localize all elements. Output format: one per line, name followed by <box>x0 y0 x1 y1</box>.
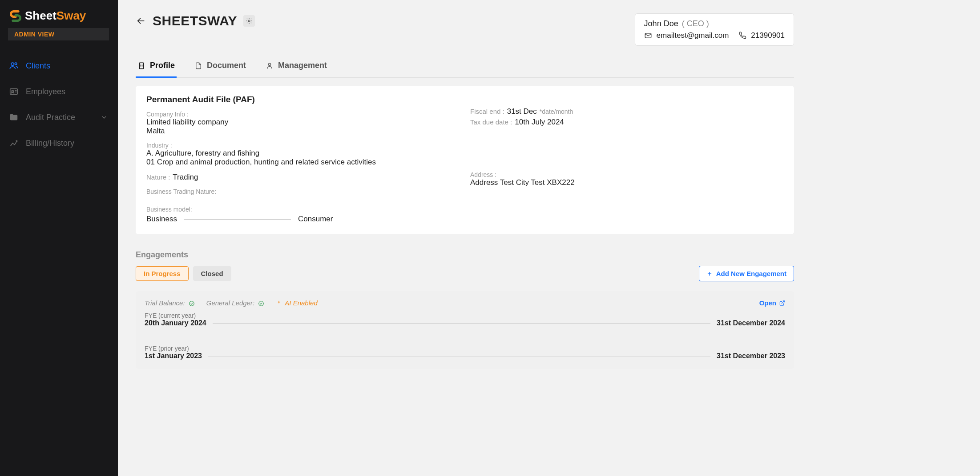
svg-line-21 <box>782 300 784 303</box>
industry-section: A. Agriculture, forestry and fishing <box>146 149 460 158</box>
industry-label: Industry : <box>146 142 460 149</box>
tab-profile[interactable]: Profile <box>136 56 177 78</box>
check-icon <box>189 300 195 307</box>
timeline-divider <box>208 356 710 356</box>
phone-icon <box>738 32 746 40</box>
tax-due-label: Tax due date : <box>470 118 512 126</box>
bmodel-slider <box>184 219 291 220</box>
add-engagement-button[interactable]: Add New Engagement <box>699 266 794 281</box>
sidebar-item-employees[interactable]: Employees <box>0 80 118 104</box>
fiscal-end-value: 31st Dec <box>507 107 537 116</box>
page-title: SHEETSWAY <box>153 13 237 28</box>
engagement-card: Trial Balance: General Ledger: AI Enable… <box>136 291 794 369</box>
industry-detail: 01 Crop and animal production, hunting a… <box>146 158 460 167</box>
svg-point-19 <box>190 301 194 306</box>
fye-current-caption: FYE (current year) <box>145 312 785 319</box>
tab-label: Document <box>207 61 246 70</box>
contact-phone: 21390901 <box>751 31 785 40</box>
chart-icon <box>9 138 19 148</box>
fye-prior-start: 1st January 2023 <box>145 352 202 360</box>
sidebar: SheetSway ADMIN VIEW Clients Employees <box>0 0 118 387</box>
logo: SheetSway <box>0 9 118 28</box>
person-icon <box>266 62 274 70</box>
timeline-divider <box>213 323 710 324</box>
document-icon <box>194 62 202 70</box>
plus-icon <box>706 271 713 277</box>
tabs: Profile Document Management <box>136 56 794 78</box>
chevron-down-icon <box>99 112 109 122</box>
external-link-icon <box>779 300 785 306</box>
back-button[interactable] <box>136 16 146 26</box>
users-icon <box>9 61 19 71</box>
company-info-label: Company Info : <box>146 111 460 118</box>
svg-point-7 <box>248 20 250 22</box>
fye-current-end: 31st December 2024 <box>717 319 785 327</box>
bmodel-left: Business <box>146 215 177 224</box>
sidebar-item-label: Audit Practice <box>26 113 75 122</box>
main-content: SHEETSWAY John Doe ( CEO ) <box>118 0 812 387</box>
building-icon <box>137 62 145 70</box>
folder-icon <box>9 112 19 122</box>
paf-heading: Permanent Audit File (PAF) <box>146 95 783 104</box>
sidebar-item-clients[interactable]: Clients <box>0 54 118 78</box>
address-label: Address : <box>470 171 783 178</box>
fye-prior-caption: FYE (prior year) <box>145 345 785 352</box>
svg-rect-9 <box>140 63 144 69</box>
svg-point-1 <box>15 63 17 65</box>
fye-prior-end: 31st December 2023 <box>717 352 785 360</box>
sidebar-item-label: Billing/History <box>26 139 74 148</box>
sidebar-item-label: Clients <box>26 61 50 71</box>
company-type: Limited liability company <box>146 118 460 127</box>
svg-point-3 <box>12 90 13 92</box>
tab-management[interactable]: Management <box>264 56 329 78</box>
sidebar-item-billing[interactable]: Billing/History <box>0 131 118 155</box>
svg-point-20 <box>259 301 264 306</box>
address-value: Address Test City Test XBX222 <box>470 178 783 187</box>
svg-point-0 <box>11 63 14 65</box>
open-engagement-link[interactable]: Open <box>759 299 785 307</box>
bmodel-right: Consumer <box>298 215 333 224</box>
logo-text-2: Sway <box>56 9 86 22</box>
tax-due-value: 10th July 2024 <box>515 118 564 127</box>
sidebar-item-label: Employees <box>26 87 65 96</box>
admin-view-badge: ADMIN VIEW <box>8 28 109 40</box>
engagements-title: Engagements <box>136 250 794 260</box>
sidebar-nav: Clients Employees Audit Practice <box>0 54 118 155</box>
engagement-filters: In Progress Closed <box>136 266 231 281</box>
company-country: Malta <box>146 127 460 136</box>
tab-label: Management <box>278 61 327 70</box>
bmodel-label: Business model: <box>146 206 460 213</box>
nature-label: Nature : <box>146 173 170 181</box>
filter-in-progress[interactable]: In Progress <box>136 266 189 281</box>
paf-card: Permanent Audit File (PAF) Company Info … <box>136 86 794 234</box>
fiscal-end-label: Fiscal end : <box>470 108 504 115</box>
contact-role: ( CEO ) <box>682 19 709 28</box>
settings-button[interactable] <box>243 15 255 27</box>
btn-label: Business Trading Nature: <box>146 188 460 195</box>
nature-value: Trading <box>173 173 198 182</box>
fiscal-hint: *date/month <box>540 108 573 115</box>
contact-name: John Doe <box>644 19 678 28</box>
sparkle-icon <box>276 300 282 306</box>
trial-balance-label: Trial Balance: <box>145 299 185 307</box>
contact-email: emailtest@gmail.com <box>657 31 729 40</box>
fye-current-start: 20th January 2024 <box>145 319 206 327</box>
sidebar-item-audit-practice[interactable]: Audit Practice <box>0 105 118 129</box>
logo-text-1: Sheet <box>25 9 56 22</box>
check-icon <box>258 300 264 307</box>
contact-card: John Doe ( CEO ) emailtest@gmail.com 213… <box>635 13 794 46</box>
filter-closed[interactable]: Closed <box>193 266 231 281</box>
gear-icon <box>246 17 253 24</box>
mail-icon <box>644 32 652 40</box>
ai-enabled-badge: AI Enabled <box>276 299 317 307</box>
svg-point-16 <box>268 63 270 65</box>
tab-label: Profile <box>150 61 175 70</box>
id-card-icon <box>9 87 19 96</box>
add-engagement-label: Add New Engagement <box>716 270 786 277</box>
tab-document[interactable]: Document <box>193 56 248 78</box>
general-ledger-label: General Ledger: <box>206 299 254 307</box>
logo-icon <box>9 9 22 23</box>
